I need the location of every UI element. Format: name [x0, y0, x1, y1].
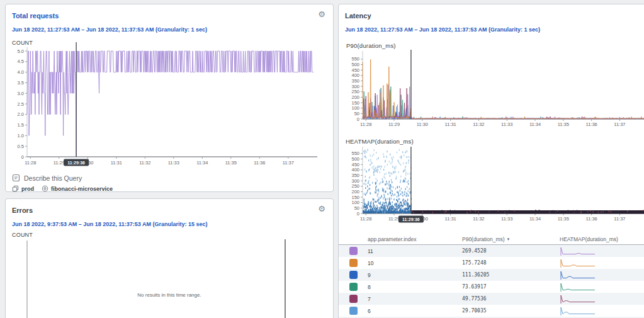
- y-tick-label: 200: [351, 94, 359, 100]
- errors-chart[interactable]: [9, 239, 330, 318]
- time-marker-label: 11:29:36: [402, 217, 420, 222]
- latency-heatmap-chart[interactable]: 05010015020025030035040045050055011:2811…: [345, 147, 644, 227]
- annotation-icon: [12, 174, 20, 182]
- x-tick-label: 11:37: [614, 216, 625, 222]
- y-tick-label: 3.0: [18, 91, 24, 96]
- x-tick-label: 11:28: [360, 216, 371, 222]
- table-row[interactable]: 10175.7248: [339, 257, 644, 269]
- time-range-label: Jun 18 2022, 11:27:53 AM – Jun 18 2022, …: [345, 26, 540, 33]
- y-tick-label: 100: [351, 105, 359, 111]
- describe-query-label: Describe this Query: [24, 174, 82, 182]
- y-tick-label: 0.5: [18, 144, 24, 149]
- heatmap-sparkline: [560, 270, 596, 280]
- y-tick-label: 500: [351, 62, 359, 67]
- cell-p90-value: 73.63917: [462, 284, 560, 290]
- x-tick-label: 11:37: [614, 122, 625, 127]
- panel-total-requests: Total requests ⚙ Jun 18 2022, 11:27:53 A…: [5, 4, 334, 192]
- x-tick-label: 11:32: [139, 160, 150, 166]
- cell-parameter-index: 9: [368, 272, 462, 278]
- panel-title-latency[interactable]: Latency: [345, 12, 371, 20]
- time-range-label: Jun 18 2022, 11:27:53 AM – Jun 18 2022, …: [12, 26, 207, 33]
- x-tick-label: 11:31: [445, 122, 456, 127]
- x-tick-label: 11:33: [501, 216, 512, 222]
- table-row[interactable]: 629.70035: [339, 305, 644, 317]
- x-tick-label: 11:28: [360, 122, 371, 127]
- environment-icon: [12, 185, 19, 192]
- x-tick-label: 11:33: [168, 160, 179, 166]
- y-tick-label: 550: [351, 150, 359, 156]
- series-color-swatch[interactable]: [349, 307, 358, 315]
- empty-results-message: No results in this time range.: [106, 292, 232, 298]
- heatmap-sparkline: [560, 305, 596, 316]
- y-tick-label: 550: [351, 56, 359, 62]
- series-color-swatch[interactable]: [349, 283, 358, 291]
- environment-tag[interactable]: prod: [12, 185, 34, 192]
- x-tick-label: 11:35: [558, 122, 569, 127]
- x-tick-label: 11:29: [388, 216, 400, 222]
- heatmap-sparkline: [560, 246, 596, 256]
- y-tick-label: 4.0: [18, 69, 24, 75]
- x-tick-label: 11:32: [473, 122, 484, 127]
- y-tick-label: 100: [351, 200, 359, 205]
- panel-title-total-requests[interactable]: Total requests: [12, 12, 59, 20]
- x-tick-label: 11:34: [529, 216, 541, 222]
- series-color-swatch[interactable]: [349, 259, 358, 267]
- heatmap-sparkline: [560, 281, 596, 292]
- y-tick-label: 0: [357, 116, 359, 122]
- dataset-tag[interactable]: fibonacci-microservice: [42, 185, 113, 192]
- dataset-name: fibonacci-microservice: [51, 186, 113, 192]
- y-tick-label: 50: [354, 205, 359, 211]
- total-requests-chart[interactable]: 00.51.01.52.02.53.03.54.04.55.011:2811:2…: [9, 42, 330, 171]
- column-header-index[interactable]: app.parameter.index: [368, 236, 462, 242]
- dataset-icon: [42, 185, 48, 192]
- y-tick-label: 400: [351, 167, 359, 173]
- x-tick-label: 11:29: [388, 122, 400, 127]
- y-tick-label: 4.5: [18, 59, 24, 64]
- table-row[interactable]: 11269.4528: [339, 245, 644, 257]
- y-tick-label: 3.5: [18, 80, 24, 86]
- cell-parameter-index: 6: [368, 308, 462, 314]
- x-tick-label: 11:36: [254, 160, 265, 166]
- table-row[interactable]: 749.77536: [339, 293, 644, 305]
- x-tick-label: 11:34: [529, 122, 541, 127]
- x-tick-label: 11:36: [586, 216, 597, 222]
- y-tick-label: 500: [351, 156, 359, 162]
- column-header-p90[interactable]: P90(duration_ms)▼: [462, 236, 560, 242]
- table-header-row: app.parameter.indexP90(duration_ms)▼HEAT…: [339, 234, 644, 245]
- y-tick-label: 2.0: [18, 111, 24, 117]
- y-tick-label: 2.5: [18, 101, 24, 107]
- latency-p90-chart[interactable]: 05010015020025030035040045050055011:2811…: [345, 50, 644, 132]
- table-row[interactable]: 873.63917: [339, 281, 644, 293]
- heatmap-sparkline: [560, 293, 596, 304]
- y-tick-label: 50: [354, 111, 359, 116]
- y-tick-label: 150: [351, 100, 359, 106]
- panel-title-errors[interactable]: Errors: [12, 207, 33, 214]
- cell-p90-value: 29.70035: [462, 308, 560, 314]
- x-tick-label: 11:31: [111, 160, 122, 166]
- series-color-swatch[interactable]: [349, 271, 358, 279]
- y-tick-label: 200: [351, 189, 359, 195]
- describe-query-button[interactable]: Describe this Query: [12, 174, 82, 182]
- latency-summary-table: app.parameter.indexP90(duration_ms)▼HEAT…: [339, 234, 644, 318]
- series-color-swatch[interactable]: [349, 247, 358, 255]
- settings-gear-icon[interactable]: ⚙: [318, 10, 325, 18]
- x-tick-label: 11:29: [54, 160, 65, 166]
- series-color-swatch[interactable]: [349, 295, 358, 303]
- y-tick-label: 150: [351, 195, 359, 200]
- y-axis-title: COUNT: [12, 232, 33, 238]
- y-tick-label: 1.0: [18, 133, 24, 139]
- p90-chart-title: P90(duration_ms): [346, 42, 396, 49]
- sort-desc-icon: ▼: [507, 237, 511, 241]
- x-tick-label: 11:35: [225, 160, 237, 166]
- y-tick-label: 350: [351, 173, 359, 178]
- environment-name: prod: [21, 186, 34, 192]
- time-range-label: Jun 18 2022, 9:37:53 AM – Jun 18 2022, 1…: [12, 221, 208, 227]
- table-row[interactable]: 9111.36205: [339, 269, 644, 281]
- column-header-heatmap[interactable]: HEATMAP(duration_ms): [560, 236, 644, 242]
- x-tick-label: 11:37: [283, 160, 294, 166]
- cell-parameter-index: 10: [368, 260, 462, 266]
- count-series-line: [27, 51, 314, 157]
- settings-gear-icon[interactable]: ⚙: [318, 205, 325, 213]
- p90-series-line-7: [363, 88, 644, 119]
- y-tick-label: 400: [351, 72, 359, 78]
